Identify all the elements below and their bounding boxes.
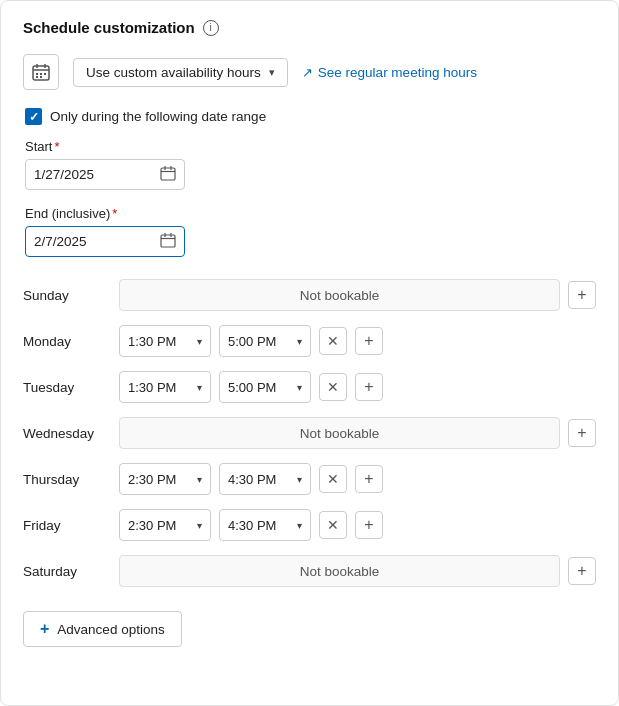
start-date-input[interactable] bbox=[34, 167, 139, 182]
not-bookable-label: Not bookable bbox=[119, 279, 560, 311]
start-time-select[interactable]: 1:30 PM▾ bbox=[119, 371, 211, 403]
day-name: Thursday bbox=[23, 472, 111, 487]
day-row: Friday2:30 PM▾4:30 PM▾✕+ bbox=[23, 503, 596, 547]
date-range-checkbox-row: ✓ Only during the following date range bbox=[25, 108, 596, 125]
day-name: Saturday bbox=[23, 564, 111, 579]
end-time-select[interactable]: 5:00 PM▾ bbox=[219, 371, 311, 403]
start-calendar-icon[interactable] bbox=[160, 165, 176, 184]
chevron-down-icon: ▾ bbox=[297, 474, 302, 485]
day-name: Tuesday bbox=[23, 380, 111, 395]
remove-slot-button[interactable]: ✕ bbox=[319, 373, 347, 401]
see-regular-hours-link[interactable]: ↗ See regular meeting hours bbox=[302, 65, 477, 80]
calendar-icon bbox=[31, 62, 51, 82]
end-time-select[interactable]: 4:30 PM▾ bbox=[219, 463, 311, 495]
day-name: Monday bbox=[23, 334, 111, 349]
start-time-select[interactable]: 2:30 PM▾ bbox=[119, 463, 211, 495]
chevron-down-icon: ▾ bbox=[297, 520, 302, 531]
end-date-label: End (inclusive)* bbox=[25, 206, 596, 221]
page-title: Schedule customization bbox=[23, 19, 195, 36]
svg-rect-9 bbox=[161, 168, 175, 180]
calendar-icon-box bbox=[23, 54, 59, 90]
svg-rect-8 bbox=[40, 76, 42, 78]
svg-rect-5 bbox=[40, 73, 42, 75]
chevron-down-icon: ▾ bbox=[197, 382, 202, 393]
day-name: Friday bbox=[23, 518, 111, 533]
not-bookable-label: Not bookable bbox=[119, 555, 560, 587]
date-range-label: Only during the following date range bbox=[50, 109, 266, 124]
day-name: Sunday bbox=[23, 288, 111, 303]
day-row: Thursday2:30 PM▾4:30 PM▾✕+ bbox=[23, 457, 596, 501]
svg-rect-6 bbox=[44, 73, 46, 75]
add-slot-button[interactable]: + bbox=[568, 281, 596, 309]
add-slot-button[interactable]: + bbox=[568, 419, 596, 447]
start-date-label: Start* bbox=[25, 139, 596, 154]
schedule-customization-card: Schedule customization i Use custom avai… bbox=[0, 0, 619, 706]
svg-rect-4 bbox=[36, 73, 38, 75]
day-name: Wednesday bbox=[23, 426, 111, 441]
add-slot-button[interactable]: + bbox=[355, 465, 383, 493]
advanced-plus-icon: + bbox=[40, 620, 49, 638]
chevron-down-icon: ▾ bbox=[297, 382, 302, 393]
svg-rect-13 bbox=[161, 235, 175, 247]
day-row: WednesdayNot bookable+ bbox=[23, 411, 596, 455]
add-slot-button[interactable]: + bbox=[568, 557, 596, 585]
advanced-options-label: Advanced options bbox=[57, 622, 164, 637]
end-date-section: End (inclusive)* bbox=[25, 206, 596, 257]
availability-dropdown[interactable]: Use custom availability hours ▾ bbox=[73, 58, 288, 87]
end-time-select[interactable]: 5:00 PM▾ bbox=[219, 325, 311, 357]
info-icon[interactable]: i bbox=[203, 20, 219, 36]
add-slot-button[interactable]: + bbox=[355, 511, 383, 539]
end-calendar-icon[interactable] bbox=[160, 232, 176, 251]
end-date-input[interactable] bbox=[34, 234, 139, 249]
advanced-options-button[interactable]: + Advanced options bbox=[23, 611, 182, 647]
external-link-icon: ↗ bbox=[302, 65, 313, 80]
remove-slot-button[interactable]: ✕ bbox=[319, 465, 347, 493]
start-time-select[interactable]: 1:30 PM▾ bbox=[119, 325, 211, 357]
start-date-section: Start* bbox=[25, 139, 596, 190]
remove-slot-button[interactable]: ✕ bbox=[319, 511, 347, 539]
end-required-indicator: * bbox=[112, 206, 117, 221]
remove-slot-button[interactable]: ✕ bbox=[319, 327, 347, 355]
add-slot-button[interactable]: + bbox=[355, 327, 383, 355]
add-slot-button[interactable]: + bbox=[355, 373, 383, 401]
availability-label: Use custom availability hours bbox=[86, 65, 261, 80]
end-time-select[interactable]: 4:30 PM▾ bbox=[219, 509, 311, 541]
date-range-checkbox[interactable]: ✓ bbox=[25, 108, 42, 125]
chevron-down-icon: ▾ bbox=[197, 474, 202, 485]
chevron-down-icon: ▾ bbox=[269, 66, 275, 79]
start-required-indicator: * bbox=[54, 139, 59, 154]
see-link-label: See regular meeting hours bbox=[318, 65, 477, 80]
chevron-down-icon: ▾ bbox=[197, 336, 202, 347]
start-date-input-wrapper bbox=[25, 159, 185, 190]
checkmark-icon: ✓ bbox=[29, 110, 39, 124]
day-row: Monday1:30 PM▾5:00 PM▾✕+ bbox=[23, 319, 596, 363]
start-time-select[interactable]: 2:30 PM▾ bbox=[119, 509, 211, 541]
end-date-input-wrapper bbox=[25, 226, 185, 257]
day-row: SaturdayNot bookable+ bbox=[23, 549, 596, 593]
day-row: Tuesday1:30 PM▾5:00 PM▾✕+ bbox=[23, 365, 596, 409]
chevron-down-icon: ▾ bbox=[297, 336, 302, 347]
not-bookable-label: Not bookable bbox=[119, 417, 560, 449]
days-section: SundayNot bookable+Monday1:30 PM▾5:00 PM… bbox=[23, 273, 596, 593]
chevron-down-icon: ▾ bbox=[197, 520, 202, 531]
top-controls: Use custom availability hours ▾ ↗ See re… bbox=[23, 54, 596, 90]
svg-rect-7 bbox=[36, 76, 38, 78]
title-row: Schedule customization i bbox=[23, 19, 596, 36]
day-row: SundayNot bookable+ bbox=[23, 273, 596, 317]
